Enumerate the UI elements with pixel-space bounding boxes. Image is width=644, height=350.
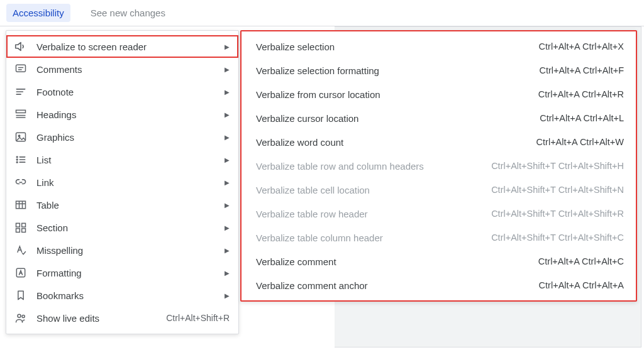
top-toolbar: Accessibility See new changes: [0, 0, 644, 26]
submenu-item-verbalize-word-count[interactable]: Verbalize word count Ctrl+Alt+A Ctrl+Alt…: [241, 130, 636, 154]
menu-item-label: Graphics: [36, 132, 225, 143]
footnote-icon: [14, 85, 28, 99]
svg-point-12: [16, 156, 18, 158]
submenu-item-shortcut: Ctrl+Alt+A Ctrl+Alt+A: [539, 280, 624, 290]
table-icon: [14, 198, 28, 212]
submenu-item-label: Verbalize comment: [256, 256, 538, 267]
svg-rect-18: [16, 201, 26, 209]
menu-item-label: Bookmarks: [36, 290, 225, 301]
svg-rect-23: [22, 223, 26, 227]
submenu-item-shortcut: Ctrl+Alt+A Ctrl+Alt+L: [540, 113, 624, 123]
chevron-right-icon: ▶: [225, 66, 230, 73]
bookmark-icon: [14, 288, 28, 302]
svg-point-11: [18, 135, 20, 137]
menu-item-bookmarks[interactable]: Bookmarks ▶: [6, 284, 238, 307]
chevron-right-icon: ▶: [225, 89, 230, 96]
svg-rect-7: [16, 110, 26, 112]
svg-rect-24: [16, 229, 20, 232]
menu-item-graphics[interactable]: Graphics ▶: [6, 126, 238, 148]
menu-item-label: Show live edits: [36, 313, 166, 324]
menu-item-headings[interactable]: Headings ▶: [6, 103, 238, 126]
submenu-item-label: Verbalize from cursor location: [256, 89, 538, 100]
formatting-icon: [14, 266, 28, 280]
submenu-item-shortcut: Ctrl+Alt+A Ctrl+Alt+F: [539, 65, 624, 75]
submenu-item-shortcut: Ctrl+Alt+Shift+T Ctrl+Alt+Shift+C: [491, 232, 624, 243]
menu-item-formatting[interactable]: Formatting ▶: [6, 261, 238, 284]
svg-point-29: [18, 314, 21, 317]
menu-item-misspelling[interactable]: Misspelling ▶: [6, 239, 238, 261]
chevron-right-icon: ▶: [225, 179, 230, 186]
list-icon: [14, 153, 28, 167]
submenu-item-shortcut: Ctrl+Alt+A Ctrl+Alt+W: [536, 137, 624, 147]
submenu-item-shortcut: Ctrl+Alt+A Ctrl+Alt+R: [538, 89, 624, 99]
svg-rect-22: [16, 223, 20, 227]
menu-item-label: Link: [36, 177, 225, 188]
chevron-right-icon: ▶: [225, 247, 230, 254]
svg-point-13: [16, 159, 18, 160]
accessibility-primary-menu: Verbalize to screen reader ▶ Comments ▶ …: [6, 30, 239, 334]
menu-item-label: Formatting: [36, 268, 225, 278]
spellcheck-icon: [14, 243, 28, 257]
chevron-right-icon: ▶: [225, 270, 230, 276]
menu-item-verbalize-to-screen-reader[interactable]: Verbalize to screen reader ▶: [6, 35, 238, 58]
svg-rect-25: [22, 229, 26, 232]
submenu-item-shortcut: Ctrl+Alt+Shift+T Ctrl+Alt+Shift+R: [491, 209, 624, 219]
submenu-item-label: Verbalize table row and column headers: [256, 161, 491, 172]
menu-item-label: Misspelling: [36, 245, 225, 256]
svg-rect-1: [16, 65, 26, 72]
menu-item-label: Table: [36, 200, 225, 211]
submenu-item-shortcut: Ctrl+Alt+Shift+T Ctrl+Alt+Shift+N: [491, 185, 624, 195]
see-new-changes-button[interactable]: See new changes: [84, 4, 172, 22]
comment-icon: [14, 62, 28, 76]
menu-item-label: Footnote: [36, 87, 225, 97]
submenu-item-label: Verbalize selection: [256, 41, 539, 52]
submenu-item-verbalize-cursor-location[interactable]: Verbalize cursor location Ctrl+Alt+A Ctr…: [241, 106, 636, 130]
submenu-item-label: Verbalize table cell location: [256, 185, 491, 195]
submenu-item-verbalize-comment-anchor[interactable]: Verbalize comment anchor Ctrl+Alt+A Ctrl…: [241, 273, 636, 297]
speaker-icon: [14, 40, 28, 53]
submenu-item-label: Verbalize table row header: [256, 209, 491, 219]
submenu-item-shortcut: Ctrl+Alt+A Ctrl+Alt+X: [539, 41, 624, 52]
menu-item-label: Headings: [36, 109, 225, 120]
submenu-item-verbalize-selection[interactable]: Verbalize selection Ctrl+Alt+A Ctrl+Alt+…: [241, 35, 636, 58]
chevron-right-icon: ▶: [225, 202, 230, 209]
menu-item-table[interactable]: Table ▶: [6, 194, 238, 216]
submenu-item-verbalize-from-cursor[interactable]: Verbalize from cursor location Ctrl+Alt+…: [241, 82, 636, 106]
menu-item-footnote[interactable]: Footnote ▶: [6, 80, 238, 103]
menu-item-link[interactable]: Link ▶: [6, 171, 238, 194]
image-icon: [14, 130, 28, 144]
submenu-item-verbalize-table-headers: Verbalize table row and column headers C…: [241, 154, 636, 178]
submenu-item-label: Verbalize word count: [256, 137, 536, 148]
menu-item-show-live-edits[interactable]: Show live edits Ctrl+Alt+Shift+R: [6, 307, 238, 329]
menu-item-label: Section: [36, 222, 225, 233]
svg-marker-0: [16, 43, 21, 51]
link-icon: [14, 175, 28, 189]
chevron-right-icon: ▶: [225, 224, 230, 231]
svg-point-14: [16, 161, 18, 163]
submenu-item-verbalize-table-column-header: Verbalize table column header Ctrl+Alt+S…: [241, 226, 636, 249]
submenu-item-shortcut: Ctrl+Alt+Shift+T Ctrl+Alt+Shift+H: [491, 161, 624, 171]
submenu-item-verbalize-selection-formatting[interactable]: Verbalize selection formatting Ctrl+Alt+…: [241, 58, 636, 82]
chevron-right-icon: ▶: [225, 43, 230, 50]
menu-item-shortcut: Ctrl+Alt+Shift+R: [166, 313, 230, 323]
menu-item-comments[interactable]: Comments ▶: [6, 58, 238, 80]
accessibility-menu-button[interactable]: Accessibility: [6, 4, 70, 22]
menu-item-list[interactable]: List ▶: [6, 148, 238, 171]
submenu-item-label: Verbalize table column header: [256, 232, 491, 243]
submenu-item-shortcut: Ctrl+Alt+A Ctrl+Alt+C: [538, 256, 624, 266]
headings-icon: [14, 107, 28, 121]
section-icon: [14, 221, 28, 234]
submenu-item-verbalize-table-cell-location: Verbalize table cell location Ctrl+Alt+S…: [241, 178, 636, 202]
menu-item-section[interactable]: Section ▶: [6, 216, 238, 239]
menu-item-label: Comments: [36, 64, 225, 75]
submenu-item-verbalize-comment[interactable]: Verbalize comment Ctrl+Alt+A Ctrl+Alt+C: [241, 249, 636, 273]
submenu-item-label: Verbalize selection formatting: [256, 65, 539, 76]
chevron-right-icon: ▶: [225, 134, 230, 141]
svg-point-30: [22, 315, 25, 317]
verbalize-submenu: Verbalize selection Ctrl+Alt+A Ctrl+Alt+…: [240, 30, 637, 302]
chevron-right-icon: ▶: [225, 292, 230, 299]
submenu-item-label: Verbalize comment anchor: [256, 280, 539, 291]
people-icon: [14, 311, 28, 325]
submenu-item-label: Verbalize cursor location: [256, 113, 540, 124]
submenu-item-verbalize-table-row-header: Verbalize table row header Ctrl+Alt+Shif…: [241, 202, 636, 226]
